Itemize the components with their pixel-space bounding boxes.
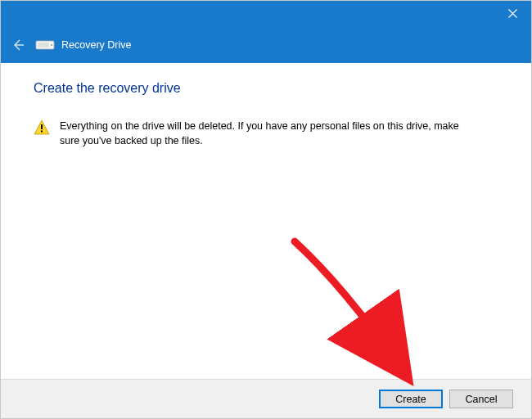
- header-row: Recovery Drive: [1, 26, 531, 63]
- warning-icon: [34, 119, 50, 136]
- back-arrow-icon: [11, 38, 25, 52]
- warning-row: Everything on the drive will be deleted.…: [34, 119, 498, 148]
- close-icon: [508, 9, 517, 18]
- titlebar: [1, 1, 531, 26]
- content-area: Create the recovery drive Everything on …: [1, 63, 531, 379]
- page-heading: Create the recovery drive: [34, 81, 498, 96]
- footer: Create Cancel: [1, 379, 531, 418]
- warning-text: Everything on the drive will be deleted.…: [60, 119, 461, 148]
- back-button[interactable]: [9, 36, 27, 54]
- close-button[interactable]: [494, 1, 531, 26]
- svg-point-5: [51, 44, 52, 46]
- svg-rect-7: [41, 131, 43, 133]
- header-title: Recovery Drive: [61, 39, 131, 51]
- svg-rect-4: [38, 43, 49, 47]
- svg-rect-6: [41, 124, 43, 129]
- drive-icon: [35, 38, 55, 52]
- create-button[interactable]: Create: [379, 390, 443, 408]
- dialog-window: Recovery Drive Create the recovery drive…: [1, 1, 531, 418]
- cancel-button[interactable]: Cancel: [449, 390, 513, 408]
